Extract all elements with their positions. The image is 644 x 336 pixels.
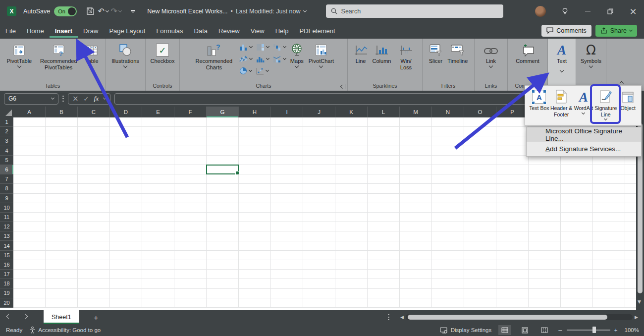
insert-combo-chart-button[interactable]	[273, 54, 286, 64]
symbols-button[interactable]: Ω Symbols	[578, 41, 604, 67]
timeline-button[interactable]: Timeline	[445, 41, 470, 64]
selected-cell[interactable]	[206, 165, 239, 174]
autosave-control[interactable]: AutoSave On	[23, 6, 77, 16]
fx-chevron-icon[interactable]	[103, 96, 107, 100]
checkbox-button[interactable]: ✓ Checkbox	[148, 41, 177, 64]
column-header-K[interactable]: K	[335, 107, 368, 117]
horizontal-scrollbar[interactable]: ◀ ▶	[400, 314, 638, 321]
recommended-pivottables-button[interactable]: ? Recommended PivotTables	[34, 41, 83, 71]
row-header-4[interactable]: 4	[0, 146, 13, 156]
share-button[interactable]: Share	[595, 25, 637, 37]
row-header-11[interactable]: 11	[0, 213, 13, 222]
user-avatar[interactable]	[535, 6, 546, 17]
lightbulb-icon[interactable]	[554, 0, 576, 22]
column-header-O[interactable]: O	[464, 107, 496, 117]
column-header-B[interactable]: B	[46, 107, 78, 117]
accessibility-status[interactable]: Accessibility: Good to go	[29, 327, 101, 334]
zoom-in-icon[interactable]: +	[614, 327, 618, 333]
tab-pdfelement[interactable]: PDFelement	[294, 24, 340, 38]
sparkline-line-button[interactable]: Line	[352, 41, 370, 64]
row-header-5[interactable]: 5	[0, 156, 13, 165]
column-header-P[interactable]: P	[496, 107, 529, 117]
row-header-2[interactable]: 2	[0, 127, 13, 136]
link-button[interactable]: Link	[481, 41, 501, 67]
column-header-N[interactable]: N	[432, 107, 464, 117]
display-settings-button[interactable]: Display Settings	[440, 327, 491, 334]
zoom-slider-thumb[interactable]	[592, 327, 596, 333]
zoom-out-icon[interactable]: −	[558, 327, 563, 334]
tab-home[interactable]: Home	[21, 24, 50, 38]
tab-review[interactable]: Review	[213, 24, 245, 38]
restore-button[interactable]	[599, 0, 621, 22]
column-header-I[interactable]: I	[271, 107, 303, 117]
undo-button[interactable]: ↶	[97, 5, 109, 18]
column-header-A[interactable]: A	[13, 107, 46, 117]
close-button[interactable]: ×	[622, 0, 644, 22]
scroll-down-arrow-icon[interactable]: ▼	[638, 299, 641, 304]
insert-statistic-chart-button[interactable]	[256, 54, 269, 64]
horizontal-scrollbar-thumb[interactable]	[408, 315, 607, 320]
redo-button[interactable]: ↷	[109, 5, 122, 18]
prev-sheet-button[interactable]	[0, 316, 17, 318]
tab-data[interactable]: Data	[189, 24, 213, 38]
column-header-L[interactable]: L	[368, 107, 400, 117]
add-sheet-button[interactable]: +	[85, 313, 107, 322]
zoom-level[interactable]: 100%	[625, 327, 639, 333]
sheetbar-options-dots-icon[interactable]	[388, 314, 389, 321]
column-header-G[interactable]: G	[207, 107, 239, 117]
scroll-left-arrow-icon[interactable]: ◀	[400, 315, 404, 320]
tab-page-layout[interactable]: Page Layout	[104, 24, 151, 38]
last-modified[interactable]: • Last Modified: Just now	[231, 8, 306, 15]
signature-line-button[interactable]: Signature Line	[594, 89, 617, 120]
row-header-8[interactable]: 8	[0, 184, 13, 193]
next-sheet-button[interactable]	[17, 316, 34, 318]
tab-view[interactable]: View	[245, 24, 270, 38]
insert-column-chart-button[interactable]	[239, 42, 252, 52]
comments-button[interactable]: Comments	[541, 25, 591, 37]
pivottable-button[interactable]: PivotTable	[4, 41, 34, 67]
row-header-14[interactable]: 14	[0, 241, 13, 250]
insert-waterfall-chart-button[interactable]	[273, 42, 286, 52]
charts-dialog-launcher-icon[interactable]	[340, 84, 345, 89]
pivotchart-button[interactable]: PivotChart	[306, 41, 336, 67]
header-footer-button[interactable]: Header & Footer	[550, 89, 573, 117]
row-header-6[interactable]: 6	[0, 165, 13, 174]
maps-button[interactable]: Maps	[288, 41, 306, 67]
confirm-entry-icon[interactable]: ✓	[84, 95, 89, 103]
tab-insert[interactable]: Insert	[50, 24, 78, 38]
row-header-9[interactable]: 9	[0, 194, 13, 203]
page-break-preview-button[interactable]	[538, 325, 551, 335]
slicer-button[interactable]: Slicer	[427, 41, 445, 64]
row-headers[interactable]: 1234567891011121314151617181920	[0, 117, 13, 308]
column-header-J[interactable]: J	[303, 107, 335, 117]
row-header-16[interactable]: 16	[0, 260, 13, 270]
column-header-D[interactable]: D	[110, 107, 142, 117]
column-header-M[interactable]: M	[400, 107, 432, 117]
zoom-slider[interactable]: − +	[558, 327, 617, 334]
object-button[interactable]: Object	[617, 89, 639, 112]
search-input[interactable]: Search	[326, 4, 503, 18]
insert-line-chart-button[interactable]	[239, 54, 252, 64]
tab-help[interactable]: Help	[270, 24, 294, 38]
column-header-F[interactable]: F	[174, 107, 207, 117]
tab-draw[interactable]: Draw	[78, 24, 104, 38]
new-comment-button[interactable]: Comment	[513, 41, 542, 64]
formula-bar-drag-dots-icon[interactable]	[62, 96, 64, 102]
row-header-10[interactable]: 10	[0, 203, 13, 213]
cancel-entry-icon[interactable]: ×	[72, 94, 79, 103]
sparkline-winloss-button[interactable]: Win/ Loss	[393, 41, 418, 71]
row-header-3[interactable]: 3	[0, 136, 13, 146]
sparkline-column-button[interactable]: Column	[370, 41, 394, 64]
insert-pie-chart-button[interactable]	[239, 66, 252, 76]
row-header-1[interactable]: 1	[0, 117, 13, 127]
row-header-7[interactable]: 7	[0, 174, 13, 184]
column-header-E[interactable]: E	[142, 107, 174, 117]
row-header-18[interactable]: 18	[0, 279, 13, 288]
wordart-button[interactable]: A WordArt	[573, 89, 595, 114]
row-header-20[interactable]: 20	[0, 298, 13, 308]
minimize-button[interactable]	[577, 0, 598, 22]
normal-view-button[interactable]	[498, 325, 511, 335]
row-header-19[interactable]: 19	[0, 288, 13, 298]
sheet-tab-sheet1[interactable]: Sheet1	[44, 310, 79, 324]
row-header-13[interactable]: 13	[0, 231, 13, 241]
